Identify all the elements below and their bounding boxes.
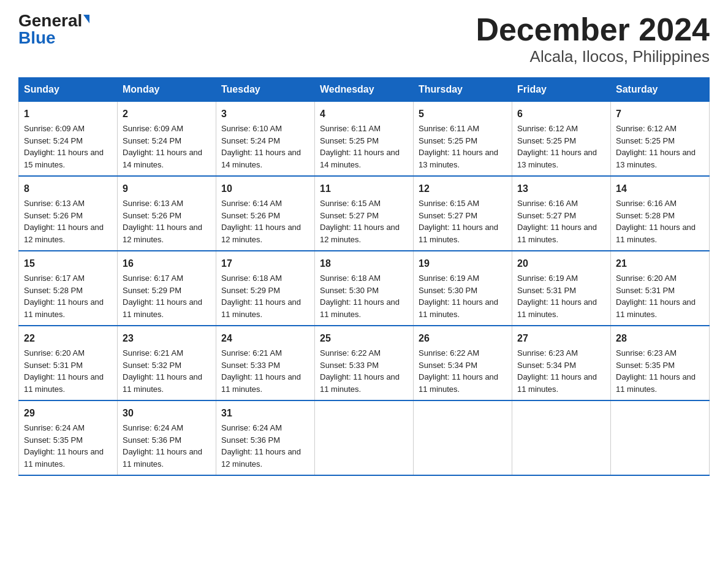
calendar-cell: 14Sunrise: 6:16 AMSunset: 5:28 PMDayligh… bbox=[611, 176, 710, 251]
day-info: Sunrise: 6:24 AMSunset: 5:36 PMDaylight:… bbox=[123, 422, 211, 470]
day-info: Sunrise: 6:20 AMSunset: 5:31 PMDaylight:… bbox=[24, 347, 112, 395]
calendar-cell: 9Sunrise: 6:13 AMSunset: 5:26 PMDaylight… bbox=[118, 176, 216, 251]
weekday-header: Saturday bbox=[611, 78, 710, 102]
logo: General Blue bbox=[18, 12, 89, 47]
calendar-week-row: 15Sunrise: 6:17 AMSunset: 5:28 PMDayligh… bbox=[19, 251, 710, 326]
calendar-cell: 25Sunrise: 6:22 AMSunset: 5:33 PMDayligh… bbox=[315, 326, 414, 400]
calendar-cell: 1Sunrise: 6:09 AMSunset: 5:24 PMDaylight… bbox=[19, 102, 118, 177]
weekday-header: Tuesday bbox=[216, 78, 315, 102]
day-info: Sunrise: 6:14 AMSunset: 5:26 PMDaylight:… bbox=[221, 197, 309, 245]
day-info: Sunrise: 6:09 AMSunset: 5:24 PMDaylight:… bbox=[24, 123, 112, 170]
day-number: 12 bbox=[419, 182, 507, 196]
day-info: Sunrise: 6:15 AMSunset: 5:27 PMDaylight:… bbox=[419, 197, 507, 245]
calendar-cell: 13Sunrise: 6:16 AMSunset: 5:27 PMDayligh… bbox=[512, 176, 611, 251]
day-number: 9 bbox=[123, 182, 211, 196]
day-info: Sunrise: 6:17 AMSunset: 5:29 PMDaylight:… bbox=[123, 272, 211, 320]
calendar-cell: 15Sunrise: 6:17 AMSunset: 5:28 PMDayligh… bbox=[19, 251, 118, 326]
day-number: 27 bbox=[517, 331, 605, 346]
day-info: Sunrise: 6:19 AMSunset: 5:31 PMDaylight:… bbox=[517, 272, 605, 320]
weekday-header: Monday bbox=[118, 78, 216, 102]
weekday-header: Thursday bbox=[414, 78, 512, 102]
day-info: Sunrise: 6:16 AMSunset: 5:27 PMDaylight:… bbox=[517, 197, 605, 245]
calendar-cell bbox=[611, 400, 710, 475]
calendar-cell: 16Sunrise: 6:17 AMSunset: 5:29 PMDayligh… bbox=[118, 251, 216, 326]
logo-blue: Blue bbox=[18, 29, 56, 47]
logo-general: General bbox=[18, 12, 82, 29]
day-number: 15 bbox=[24, 256, 112, 271]
day-number: 11 bbox=[320, 182, 408, 196]
day-number: 17 bbox=[221, 256, 309, 271]
day-info: Sunrise: 6:23 AMSunset: 5:34 PMDaylight:… bbox=[517, 347, 605, 395]
calendar-cell: 24Sunrise: 6:21 AMSunset: 5:33 PMDayligh… bbox=[216, 326, 315, 400]
day-number: 5 bbox=[419, 107, 507, 121]
page-title: December 2024 bbox=[476, 12, 710, 47]
day-number: 31 bbox=[221, 406, 309, 421]
weekday-header: Sunday bbox=[19, 78, 118, 102]
day-info: Sunrise: 6:12 AMSunset: 5:25 PMDaylight:… bbox=[517, 123, 605, 170]
calendar-table: SundayMondayTuesdayWednesdayThursdayFrid… bbox=[18, 77, 710, 476]
day-number: 20 bbox=[517, 256, 605, 271]
day-number: 23 bbox=[123, 331, 211, 346]
day-info: Sunrise: 6:09 AMSunset: 5:24 PMDaylight:… bbox=[123, 123, 211, 170]
day-info: Sunrise: 6:11 AMSunset: 5:25 PMDaylight:… bbox=[419, 123, 507, 170]
day-info: Sunrise: 6:17 AMSunset: 5:28 PMDaylight:… bbox=[24, 272, 112, 320]
day-number: 25 bbox=[320, 331, 408, 346]
day-number: 24 bbox=[221, 331, 309, 346]
day-number: 29 bbox=[24, 406, 112, 421]
day-info: Sunrise: 6:13 AMSunset: 5:26 PMDaylight:… bbox=[24, 197, 112, 245]
calendar-cell: 12Sunrise: 6:15 AMSunset: 5:27 PMDayligh… bbox=[414, 176, 512, 251]
calendar-cell: 19Sunrise: 6:19 AMSunset: 5:30 PMDayligh… bbox=[414, 251, 512, 326]
day-info: Sunrise: 6:15 AMSunset: 5:27 PMDaylight:… bbox=[320, 197, 408, 245]
day-info: Sunrise: 6:11 AMSunset: 5:25 PMDaylight:… bbox=[320, 123, 408, 170]
calendar-cell: 4Sunrise: 6:11 AMSunset: 5:25 PMDaylight… bbox=[315, 102, 414, 177]
calendar-cell: 18Sunrise: 6:18 AMSunset: 5:30 PMDayligh… bbox=[315, 251, 414, 326]
calendar-cell: 8Sunrise: 6:13 AMSunset: 5:26 PMDaylight… bbox=[19, 176, 118, 251]
day-info: Sunrise: 6:18 AMSunset: 5:29 PMDaylight:… bbox=[221, 272, 309, 320]
calendar-cell: 29Sunrise: 6:24 AMSunset: 5:35 PMDayligh… bbox=[19, 400, 118, 475]
weekday-header: Wednesday bbox=[315, 78, 414, 102]
calendar-header-row: SundayMondayTuesdayWednesdayThursdayFrid… bbox=[19, 78, 710, 102]
calendar-cell: 10Sunrise: 6:14 AMSunset: 5:26 PMDayligh… bbox=[216, 176, 315, 251]
calendar-cell bbox=[414, 400, 512, 475]
calendar-week-row: 22Sunrise: 6:20 AMSunset: 5:31 PMDayligh… bbox=[19, 326, 710, 400]
day-number: 3 bbox=[221, 107, 309, 121]
calendar-cell: 17Sunrise: 6:18 AMSunset: 5:29 PMDayligh… bbox=[216, 251, 315, 326]
day-info: Sunrise: 6:24 AMSunset: 5:36 PMDaylight:… bbox=[221, 422, 309, 470]
day-number: 2 bbox=[123, 107, 211, 121]
day-number: 14 bbox=[616, 182, 704, 196]
calendar-cell: 3Sunrise: 6:10 AMSunset: 5:24 PMDaylight… bbox=[216, 102, 315, 177]
day-info: Sunrise: 6:22 AMSunset: 5:34 PMDaylight:… bbox=[419, 347, 507, 395]
calendar-cell: 6Sunrise: 6:12 AMSunset: 5:25 PMDaylight… bbox=[512, 102, 611, 177]
page-header: General Blue December 2024 Alcala, Iloco… bbox=[18, 12, 710, 66]
logo-triangle-icon bbox=[83, 15, 89, 23]
calendar-week-row: 8Sunrise: 6:13 AMSunset: 5:26 PMDaylight… bbox=[19, 176, 710, 251]
day-info: Sunrise: 6:12 AMSunset: 5:25 PMDaylight:… bbox=[616, 123, 704, 170]
calendar-week-row: 29Sunrise: 6:24 AMSunset: 5:35 PMDayligh… bbox=[19, 400, 710, 475]
title-block: December 2024 Alcala, Ilocos, Philippine… bbox=[476, 12, 710, 66]
day-number: 8 bbox=[24, 182, 112, 196]
day-number: 19 bbox=[419, 256, 507, 271]
calendar-cell: 22Sunrise: 6:20 AMSunset: 5:31 PMDayligh… bbox=[19, 326, 118, 400]
day-info: Sunrise: 6:21 AMSunset: 5:32 PMDaylight:… bbox=[123, 347, 211, 395]
day-info: Sunrise: 6:18 AMSunset: 5:30 PMDaylight:… bbox=[320, 272, 408, 320]
day-info: Sunrise: 6:24 AMSunset: 5:35 PMDaylight:… bbox=[24, 422, 112, 470]
calendar-cell bbox=[315, 400, 414, 475]
day-number: 22 bbox=[24, 331, 112, 346]
day-info: Sunrise: 6:10 AMSunset: 5:24 PMDaylight:… bbox=[221, 123, 309, 170]
day-number: 1 bbox=[24, 107, 112, 121]
day-number: 16 bbox=[123, 256, 211, 271]
calendar-cell: 31Sunrise: 6:24 AMSunset: 5:36 PMDayligh… bbox=[216, 400, 315, 475]
calendar-cell: 5Sunrise: 6:11 AMSunset: 5:25 PMDaylight… bbox=[414, 102, 512, 177]
calendar-cell: 21Sunrise: 6:20 AMSunset: 5:31 PMDayligh… bbox=[611, 251, 710, 326]
day-info: Sunrise: 6:21 AMSunset: 5:33 PMDaylight:… bbox=[221, 347, 309, 395]
day-info: Sunrise: 6:19 AMSunset: 5:30 PMDaylight:… bbox=[419, 272, 507, 320]
calendar-cell bbox=[512, 400, 611, 475]
calendar-cell: 2Sunrise: 6:09 AMSunset: 5:24 PMDaylight… bbox=[118, 102, 216, 177]
day-number: 7 bbox=[616, 107, 704, 121]
day-number: 30 bbox=[123, 406, 211, 421]
calendar-cell: 27Sunrise: 6:23 AMSunset: 5:34 PMDayligh… bbox=[512, 326, 611, 400]
day-number: 26 bbox=[419, 331, 507, 346]
weekday-header: Friday bbox=[512, 78, 611, 102]
calendar-cell: 28Sunrise: 6:23 AMSunset: 5:35 PMDayligh… bbox=[611, 326, 710, 400]
calendar-cell: 26Sunrise: 6:22 AMSunset: 5:34 PMDayligh… bbox=[414, 326, 512, 400]
